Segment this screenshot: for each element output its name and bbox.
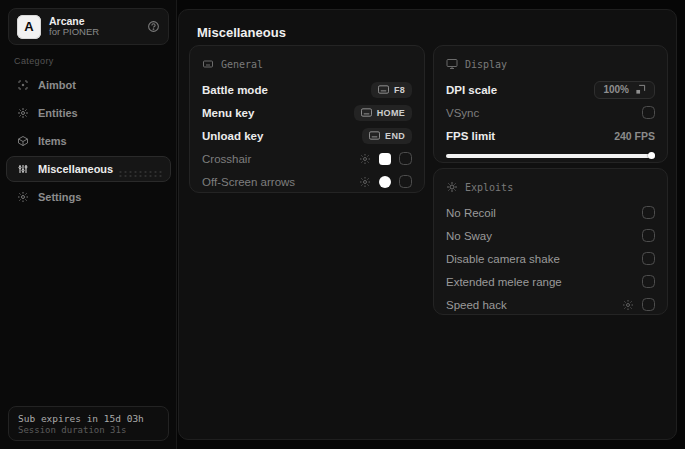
- offscreen-arrows-color-swatch[interactable]: [379, 176, 391, 188]
- slider-fill: [446, 154, 655, 158]
- category-nav: Aimbot Entities Items: [6, 72, 171, 210]
- category-label: Category: [14, 56, 54, 66]
- sidebar-item-settings[interactable]: Settings: [6, 184, 171, 210]
- general-icon: [202, 58, 214, 70]
- speed-hack-checkbox[interactable]: [642, 298, 655, 311]
- sidebar: A Arcane for PIONER Category Aimbot: [0, 0, 177, 449]
- sidebar-item-label: Aimbot: [38, 79, 76, 91]
- scale-icon: [635, 84, 646, 95]
- unload-key-label: Unload key: [202, 130, 263, 142]
- sidebar-item-label: Miscellaneous: [38, 163, 113, 175]
- sidebar-item-items[interactable]: Items: [6, 128, 171, 154]
- exploits-panel-header: Exploits: [446, 179, 655, 195]
- main-panel: Miscellaneous General Battle mode F8: [178, 9, 677, 440]
- brand-text: Arcane for PIONER: [49, 15, 139, 38]
- sidebar-item-entities[interactable]: Entities: [6, 100, 171, 126]
- sidebar-item-aimbot[interactable]: Aimbot: [6, 72, 171, 98]
- keybind-value: END: [385, 131, 405, 141]
- speed-hack-label: Speed hack: [446, 299, 507, 311]
- display-panel-title: Display: [465, 59, 507, 70]
- exploits-panel: Exploits No Recoil No Sway Disable camer…: [433, 168, 668, 315]
- display-panel: Display DPI scale 100% VSync FPS limit 2…: [433, 45, 668, 163]
- sub-expiry-text: Sub expires in 15d 03h: [18, 413, 159, 424]
- menu-key-label: Menu key: [202, 107, 254, 119]
- no-recoil-checkbox[interactable]: [642, 206, 655, 219]
- fps-limit-slider[interactable]: [446, 152, 655, 159]
- menu-key-row: Menu key HOME: [202, 101, 412, 124]
- display-panel-header: Display: [446, 56, 655, 72]
- offscreen-arrows-row: Off-Screen arrows: [202, 170, 412, 193]
- battle-mode-row: Battle mode F8: [202, 78, 412, 101]
- general-panel: General Battle mode F8 Menu key: [189, 45, 425, 193]
- dpi-scale-value: 100%: [603, 84, 629, 95]
- offscreen-arrows-settings-gear-icon[interactable]: [359, 176, 371, 188]
- entities-icon: [16, 107, 29, 119]
- brand-card: A Arcane for PIONER: [8, 8, 169, 45]
- nav-dots-decoration: [118, 170, 162, 178]
- offscreen-arrows-checkbox[interactable]: [399, 175, 412, 188]
- session-duration-text: Session duration 31s: [18, 425, 159, 435]
- keyboard-icon: [369, 131, 380, 140]
- vsync-row: VSync: [446, 101, 655, 124]
- no-sway-label: No Sway: [446, 230, 492, 242]
- dpi-scale-label: DPI scale: [446, 84, 497, 96]
- offscreen-arrows-label: Off-Screen arrows: [202, 176, 295, 188]
- slider-knob[interactable]: [648, 152, 655, 159]
- settings-gear-icon: [16, 191, 29, 203]
- crosshair-checkbox[interactable]: [399, 152, 412, 165]
- keyboard-icon: [361, 108, 372, 117]
- disable-camera-shake-label: Disable camera shake: [446, 253, 560, 265]
- exploits-panel-title: Exploits: [465, 182, 513, 193]
- sidebar-item-label: Items: [38, 135, 67, 147]
- app-subtitle: for PIONER: [49, 27, 139, 38]
- dpi-scale-select[interactable]: 100%: [594, 81, 655, 99]
- sidebar-item-label: Entities: [38, 107, 78, 119]
- items-icon: [16, 135, 29, 147]
- display-monitor-icon: [446, 58, 458, 70]
- vsync-label: VSync: [446, 107, 479, 119]
- fps-limit-row: FPS limit 240 FPS: [446, 124, 655, 147]
- disable-camera-shake-checkbox[interactable]: [642, 252, 655, 265]
- extended-melee-range-label: Extended melee range: [446, 276, 562, 288]
- fps-limit-label: FPS limit: [446, 130, 495, 142]
- extended-melee-range-row: Extended melee range: [446, 270, 655, 293]
- no-recoil-label: No Recoil: [446, 207, 496, 219]
- page-title: Miscellaneous: [197, 25, 286, 40]
- battle-mode-keybind[interactable]: F8: [371, 82, 412, 98]
- subscription-card: Sub expires in 15d 03h Session duration …: [8, 406, 169, 441]
- general-panel-title: General: [221, 59, 263, 70]
- keybind-value: HOME: [377, 108, 405, 118]
- general-panel-header: General: [202, 56, 412, 72]
- disable-camera-shake-row: Disable camera shake: [446, 247, 655, 270]
- unload-key-keybind[interactable]: END: [362, 128, 412, 144]
- keyboard-icon: [378, 85, 389, 94]
- crosshair-row: Crosshair: [202, 147, 412, 170]
- no-recoil-row: No Recoil: [446, 201, 655, 224]
- no-sway-row: No Sway: [446, 224, 655, 247]
- unload-key-row: Unload key END: [202, 124, 412, 147]
- extended-melee-range-checkbox[interactable]: [642, 275, 655, 288]
- crosshair-label: Crosshair: [202, 153, 251, 165]
- aimbot-icon: [16, 79, 29, 91]
- sync-icon[interactable]: [147, 20, 160, 33]
- sidebar-item-miscellaneous[interactable]: Miscellaneous: [6, 156, 171, 182]
- miscellaneous-icon: [16, 163, 29, 175]
- menu-key-keybind[interactable]: HOME: [354, 105, 412, 121]
- exploits-icon: [446, 181, 458, 193]
- app-logo: A: [17, 15, 41, 39]
- speed-hack-row: Speed hack: [446, 293, 655, 316]
- fps-limit-value: 240 FPS: [614, 130, 655, 142]
- crosshair-settings-gear-icon[interactable]: [359, 153, 371, 165]
- keybind-value: F8: [394, 85, 405, 95]
- crosshair-color-swatch[interactable]: [379, 153, 391, 165]
- battle-mode-label: Battle mode: [202, 84, 268, 96]
- dpi-scale-row: DPI scale 100%: [446, 78, 655, 101]
- speed-hack-settings-gear-icon[interactable]: [622, 299, 634, 311]
- sidebar-item-label: Settings: [38, 191, 81, 203]
- no-sway-checkbox[interactable]: [642, 229, 655, 242]
- vsync-checkbox[interactable]: [642, 106, 655, 119]
